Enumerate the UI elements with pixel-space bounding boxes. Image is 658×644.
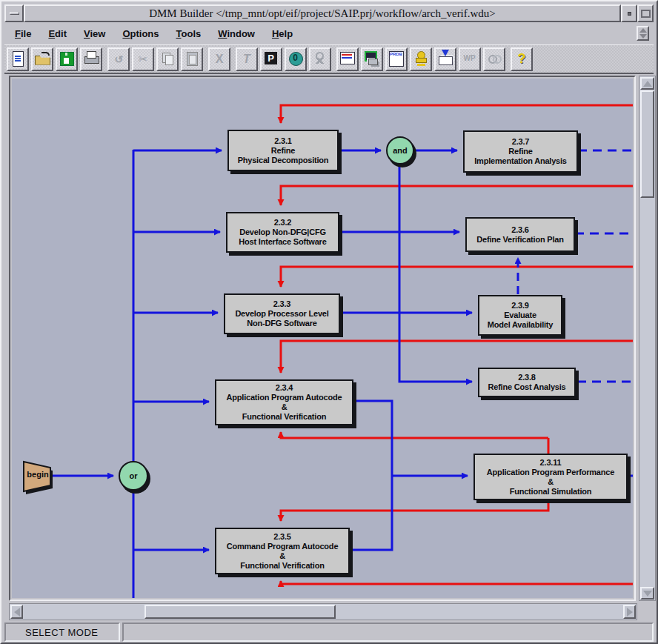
menu-edit[interactable]: Edit xyxy=(41,25,73,42)
mode-status-text: SELECT MODE xyxy=(25,627,98,638)
task-2.3.8[interactable]: 2.3.8 Refine Cost Analysis xyxy=(478,368,576,397)
toolbar-button-template[interactable]: T xyxy=(236,47,258,71)
status-bar: SELECT MODE xyxy=(4,623,654,642)
toolbar-button-tailor[interactable] xyxy=(309,47,331,71)
toolbar-button-print[interactable] xyxy=(80,47,102,71)
program-p-icon xyxy=(262,49,281,70)
toolbar-button-object[interactable] xyxy=(285,47,307,71)
arrow-right-icon xyxy=(627,608,633,617)
horizontal-scroll-thumb[interactable] xyxy=(144,605,336,619)
toolbar-button-open[interactable] xyxy=(31,47,53,71)
save-icon xyxy=(57,49,76,70)
arrow-down-icon xyxy=(643,591,652,597)
task-2.3.1[interactable]: 2.3.1 Refine Physical Decomposition xyxy=(227,130,339,171)
menu-bar: File Edit View Options Tools Window Help xyxy=(4,23,654,44)
menu-spinner-button[interactable] xyxy=(637,26,649,41)
task-2.3.5[interactable]: 2.3.5 Command Program Autocode & Functio… xyxy=(215,528,350,574)
toolbar-button-stamp[interactable] xyxy=(410,47,432,71)
horizontal-scrollbar[interactable] xyxy=(9,603,637,620)
spin-up-icon xyxy=(639,28,647,33)
or-connector[interactable]: or xyxy=(119,461,148,491)
help-icon: ? xyxy=(512,49,531,70)
open-file-icon xyxy=(33,49,52,70)
toolbar: ↺ ✂ X T ? xyxy=(4,44,654,74)
import-stack-icon xyxy=(436,49,455,70)
menu-file[interactable]: File xyxy=(8,25,38,42)
cut-icon: ✂ xyxy=(133,49,153,70)
scroll-left-button[interactable] xyxy=(10,605,23,619)
canvas-frame: begin and or 2.3.1 Refine Physical Decom… xyxy=(9,76,636,601)
toolbar-button-prdb[interactable] xyxy=(385,47,408,71)
delete-icon: X xyxy=(210,49,229,70)
window-title: DMM Builder </tmp_mnt/opt/eif/project/SA… xyxy=(149,7,496,20)
menu-window[interactable]: Window xyxy=(211,25,262,42)
task-2.3.7[interactable]: 2.3.7 Refine Implementation Analysis xyxy=(463,130,578,173)
work-area: begin and or 2.3.1 Refine Physical Decom… xyxy=(4,75,657,623)
begin-node-label: begin xyxy=(22,470,53,479)
new-document-icon xyxy=(8,49,27,70)
toolbar-button-undo[interactable]: ↺ xyxy=(107,47,130,71)
template-t-icon: T xyxy=(237,49,256,70)
task-2.3.9[interactable]: 2.3.9 Evaluate Model Availability xyxy=(478,295,562,336)
scroll-down-button[interactable] xyxy=(640,587,654,600)
task-2.3.11[interactable]: 2.3.11 Application Program Performance &… xyxy=(473,454,628,500)
toolbar-button-delete[interactable]: X xyxy=(208,47,230,71)
task-2.3.3[interactable]: 2.3.3 Develop Processor Level Non-DFG So… xyxy=(224,293,340,334)
undo-icon: ↺ xyxy=(109,49,128,70)
object-o-icon xyxy=(286,49,305,70)
tailor-icon xyxy=(310,49,330,70)
dmm-builder-window: DMM Builder </tmp_mnt/opt/eif/project/SA… xyxy=(0,0,658,644)
toolbar-button-cut[interactable]: ✂ xyxy=(132,47,154,71)
arrow-up-icon xyxy=(643,81,652,87)
prdb-editor-icon xyxy=(387,49,406,70)
menu-view[interactable]: View xyxy=(77,25,112,42)
window-menu-icon xyxy=(10,12,19,15)
menu-tools[interactable]: Tools xyxy=(170,25,208,42)
toolbar-button-link[interactable] xyxy=(483,47,505,71)
print-icon xyxy=(82,49,101,70)
paste-icon xyxy=(182,49,202,70)
toolbar-button-copy[interactable] xyxy=(156,47,179,71)
title-area[interactable]: DMM Builder </tmp_mnt/opt/eif/project/SA… xyxy=(24,4,621,22)
stamp-icon xyxy=(411,49,431,70)
mode-status-panel: SELECT MODE xyxy=(4,623,120,642)
diagram-edit-icon xyxy=(338,49,357,70)
scroll-right-button[interactable] xyxy=(623,605,636,619)
task-2.3.2[interactable]: 2.3.2 Develop Non-DFG|CFG Host Interface… xyxy=(226,212,339,253)
toolbar-button-help[interactable]: ? xyxy=(511,47,533,71)
menu-help[interactable]: Help xyxy=(265,25,299,42)
message-status-panel xyxy=(122,623,654,642)
toolbar-button-paste[interactable] xyxy=(181,47,203,71)
minimize-button[interactable] xyxy=(621,4,637,22)
minimize-icon xyxy=(628,12,631,16)
toolbar-button-wp[interactable] xyxy=(459,47,481,71)
maximize-icon xyxy=(641,10,651,18)
wp-editor-icon xyxy=(460,49,479,70)
link-icon xyxy=(485,49,504,70)
vertical-scrollbar[interactable] xyxy=(639,76,656,601)
toolbar-button-import[interactable] xyxy=(434,47,456,71)
spin-down-icon xyxy=(639,34,647,39)
vertical-scroll-thumb[interactable] xyxy=(640,90,654,198)
copy-icon xyxy=(158,49,177,70)
toolbar-button-save[interactable] xyxy=(56,47,78,71)
window-stack-icon xyxy=(362,49,382,70)
window-menu-button[interactable] xyxy=(4,4,24,22)
arrow-left-icon xyxy=(14,608,20,617)
workflow-canvas[interactable]: begin and or 2.3.1 Refine Physical Decom… xyxy=(12,79,633,598)
task-2.3.6[interactable]: 2.3.6 Define Verification Plan xyxy=(465,217,575,252)
toolbar-button-diagram[interactable] xyxy=(336,47,359,71)
toolbar-button-new[interactable] xyxy=(7,47,29,71)
feedback-lines xyxy=(281,105,633,584)
title-bar: DMM Builder </tmp_mnt/opt/eif/project/SA… xyxy=(4,4,654,22)
menu-options[interactable]: Options xyxy=(116,25,165,42)
toolbar-button-program[interactable] xyxy=(260,47,282,71)
maximize-button[interactable] xyxy=(637,4,654,22)
toolbar-button-windows[interactable] xyxy=(361,47,383,71)
and-connector[interactable]: and xyxy=(386,136,414,165)
task-2.3.4[interactable]: 2.3.4 Application Program Autocode & Fun… xyxy=(215,379,353,425)
scroll-up-button[interactable] xyxy=(640,77,654,90)
